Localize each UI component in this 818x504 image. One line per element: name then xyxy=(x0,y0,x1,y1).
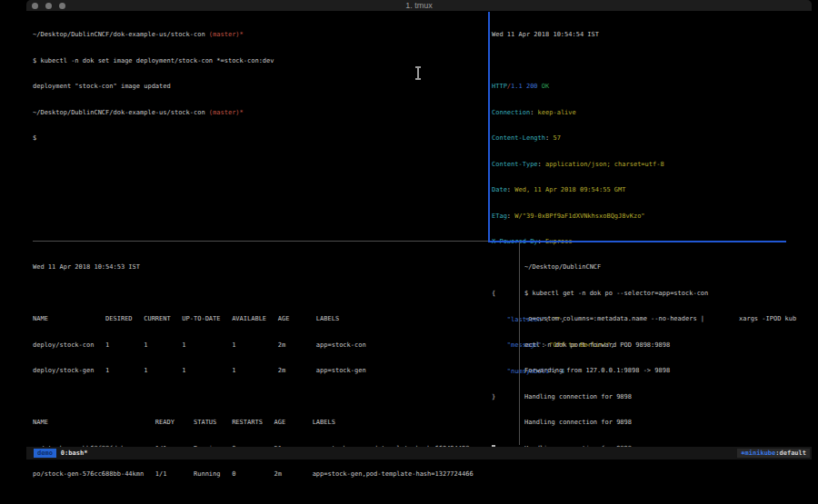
kube-namespace: :default xyxy=(775,450,806,457)
command-output: deployment "stock-con" image updated xyxy=(33,83,487,92)
http-header: ETag: W/"39-0xBPf9aF1dXVNkhsxoBQgJ8vKzo" xyxy=(492,212,805,222)
http-version-code: 1.1 200 xyxy=(511,83,538,90)
prompt-path: ~/Desktop/DublinCNCF xyxy=(524,263,806,272)
http-status-line: HTTP/1.1 200 OK xyxy=(492,83,805,92)
http-proto: HTTP xyxy=(492,83,507,90)
header-value: 57 xyxy=(553,134,560,142)
blank-line xyxy=(33,393,514,402)
blank-line xyxy=(33,497,514,504)
timestamp: Wed 11 Apr 2018 10:54:54 IST xyxy=(492,31,805,40)
close-button[interactable] xyxy=(32,3,38,9)
prompt-path: ~/Desktop/DublinCNCF/dok-example-us/stoc… xyxy=(33,109,205,116)
command-line-wrap: ectl -n dok port-forward POD 9898:9898 xyxy=(524,341,806,351)
header-name: ETag xyxy=(492,212,507,220)
command-line-wrap: -o=custom-columns=:metadata.name --no-he… xyxy=(524,315,806,324)
minimize-button[interactable] xyxy=(45,3,52,9)
window-title: 1. tmux xyxy=(26,1,812,10)
header-value: Wed, 11 Apr 2018 09:54:55 GMT xyxy=(514,186,625,193)
command-line: $ kubectl get -n dok po --selector=app=s… xyxy=(524,290,806,299)
header-name: Date xyxy=(492,186,507,193)
header-value: application/json; charset=utf-8 xyxy=(545,161,664,168)
pane-top-left[interactable]: ~/Desktop/DublinCNCF/dok-example-us/stoc… xyxy=(33,14,487,241)
terminal-window: 1. tmux ~/Desktop/DublinCNCF/dok-example… xyxy=(26,0,812,460)
header-name: Content-Type xyxy=(492,161,538,168)
http-reason: OK xyxy=(538,83,550,90)
window-tab-bash[interactable]: 0:bash* xyxy=(61,450,88,457)
kube-context-segment: ⎈minikube:default xyxy=(737,449,810,458)
header-sep: : xyxy=(538,161,545,168)
mouse-ibeam-cursor xyxy=(417,67,419,79)
table-row: po/stock-gen-576cc688bb-44kmn 1/1 Runnin… xyxy=(33,470,514,479)
prompt-line: ~/Desktop/DublinCNCF/dok-example-us/stoc… xyxy=(33,31,487,40)
http-header: Date: Wed, 11 Apr 2018 09:54:55 GMT xyxy=(492,186,805,195)
prompt-line: ~/Desktop/DublinCNCF/dok-example-us/stoc… xyxy=(33,109,487,118)
prompt-path: ~/Desktop/DublinCNCF/dok-example-us/stoc… xyxy=(33,31,205,38)
traffic-lights xyxy=(26,3,65,9)
kube-context-name: minikube xyxy=(745,450,776,457)
command-output: Handling connection for 9898 xyxy=(524,393,806,402)
pane-top-right[interactable]: Wed 11 Apr 2018 10:54:54 IST HTTP/1.1 20… xyxy=(492,14,805,241)
http-header: Connection: keep-alive xyxy=(492,109,805,118)
title-bar[interactable]: 1. tmux xyxy=(26,0,812,12)
git-dirty-flag: * xyxy=(240,31,244,38)
header-name: Connection xyxy=(492,109,530,116)
pane-divider-vertical-bottom[interactable] xyxy=(519,242,520,445)
table-row: deploy/stock-gen 1 1 1 1 2m app=stock-ge… xyxy=(33,367,514,376)
pane-divider-horizontal-left[interactable] xyxy=(33,241,488,242)
header-value: W/"39-0xBPf9aF1dXVNkhsxoBQgJ8vKzo" xyxy=(514,212,644,220)
pods-header: NAME READY STATUS RESTARTS AGE LABELS xyxy=(33,419,514,428)
command-output: Handling connection for 9898 xyxy=(524,419,806,428)
header-name: Content-Length xyxy=(492,134,545,142)
header-sep: : xyxy=(530,109,537,116)
command-output: Forwarding from 127.0.0.1:9898 -> 9898 xyxy=(524,367,806,376)
git-branch: (master) xyxy=(205,109,240,116)
pane-bottom-right[interactable]: ~/Desktop/DublinCNCF $ kubectl get -n do… xyxy=(524,246,806,444)
pane-divider-vertical-top[interactable] xyxy=(488,12,490,241)
timestamp: Wed 11 Apr 2018 10:54:53 IST xyxy=(33,263,514,272)
http-header: Content-Length: 57 xyxy=(492,134,805,143)
blank-line xyxy=(33,290,514,299)
blank-line xyxy=(492,57,805,66)
http-header: Content-Type: application/json; charset=… xyxy=(492,161,805,170)
git-branch: (master) xyxy=(205,31,240,38)
zoom-button[interactable] xyxy=(59,3,65,9)
pane-bottom-left[interactable]: Wed 11 Apr 2018 10:54:53 IST NAME DESIRE… xyxy=(33,246,514,444)
command-line: $ kubectl -n dok set image deployment/st… xyxy=(33,57,487,66)
tmux-status-bar: demo 0:bash* ⎈minikube:default xyxy=(26,447,812,460)
session-name-badge[interactable]: demo xyxy=(34,449,56,458)
prompt-char: $ xyxy=(33,134,487,143)
table-row: deploy/stock-con 1 1 1 1 2m app=stock-co… xyxy=(33,341,514,351)
pane-divider-horizontal-right[interactable] xyxy=(488,241,786,242)
git-dirty-flag: * xyxy=(240,109,244,116)
header-value: keep-alive xyxy=(538,109,576,116)
deployments-header: NAME DESIRED CURRENT UP-TO-DATE AVAILABL… xyxy=(33,315,514,324)
